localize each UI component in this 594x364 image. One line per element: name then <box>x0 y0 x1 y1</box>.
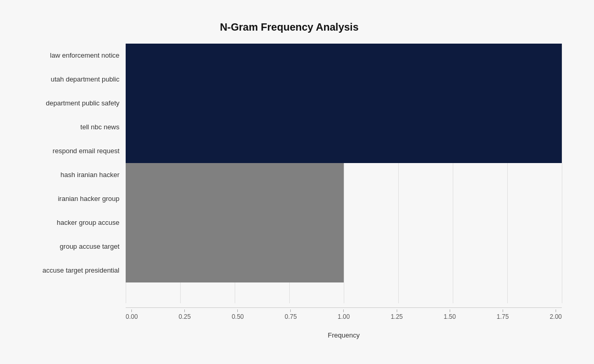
bar-row: hash iranian hacker <box>17 163 562 187</box>
bar-row: iranian hacker group <box>17 187 562 211</box>
bar-row: department public safety <box>17 91 562 115</box>
bar-track <box>126 187 562 211</box>
bar-track <box>126 163 562 187</box>
bar-fill <box>126 68 562 91</box>
x-tick-label: 1.75 <box>497 313 509 320</box>
bar-label: utah department public <box>17 75 126 83</box>
x-tick-mark <box>450 309 450 312</box>
x-tick: 1.75 <box>497 309 509 320</box>
bar-label: group accuse target <box>17 242 126 250</box>
x-axis: 0.000.250.500.751.001.251.501.752.00 <box>126 307 562 328</box>
bar-row: law enforcement notice <box>17 44 562 68</box>
x-tick-label: 1.25 <box>390 313 402 320</box>
x-tick-mark <box>131 309 132 312</box>
x-tick-label: 0.25 <box>179 313 191 320</box>
bar-track <box>126 139 562 163</box>
x-tick-mark <box>397 309 397 312</box>
x-tick-mark <box>343 309 344 312</box>
x-tick: 1.50 <box>443 309 455 320</box>
x-tick: 0.00 <box>126 309 138 320</box>
x-axis-line <box>126 307 562 308</box>
bar-label: law enforcement notice <box>17 51 126 59</box>
bar-track <box>126 211 562 235</box>
bar-track <box>126 68 562 91</box>
bar-fill <box>126 139 562 163</box>
x-tick-label: 0.75 <box>285 313 296 320</box>
x-tick-mark <box>184 309 185 312</box>
chart-title: N-Gram Frequency Analysis <box>17 21 562 33</box>
x-tick: 1.25 <box>390 309 402 320</box>
bar-track <box>126 91 562 115</box>
x-axis-label: Frequency <box>126 331 562 339</box>
x-tick-label: 0.50 <box>232 313 244 320</box>
bar-track <box>126 115 562 139</box>
bar-row: utah department public <box>17 68 562 91</box>
chart-container: N-Gram Frequency Analysis law enforcemen… <box>11 11 583 354</box>
bar-fill <box>126 44 562 68</box>
x-tick-label: 0.00 <box>126 313 138 320</box>
bar-label: department public safety <box>17 99 126 107</box>
bar-label: hacker group accuse <box>17 219 126 226</box>
grid-line <box>562 44 562 303</box>
x-tick: 0.75 <box>285 309 296 320</box>
x-tick: 0.25 <box>179 309 191 320</box>
bar-fill <box>126 115 562 139</box>
x-tick: 0.50 <box>232 309 244 320</box>
bar-fill <box>126 163 344 187</box>
x-tick: 2.00 <box>550 309 562 320</box>
bar-row: accuse target presidential <box>17 259 562 282</box>
bar-label: iranian hacker group <box>17 195 126 203</box>
x-tick-label: 2.00 <box>550 313 562 320</box>
x-tick-mark <box>556 309 556 312</box>
bar-row: tell nbc news <box>17 115 562 139</box>
bar-row: hacker group accuse <box>17 211 562 235</box>
x-tick-mark <box>290 309 291 312</box>
bar-label: hash iranian hacker <box>17 171 126 179</box>
chart-area: law enforcement noticeutah department pu… <box>17 44 562 303</box>
bar-label: respond email request <box>17 147 126 155</box>
x-ticks: 0.000.250.500.751.001.251.501.752.00 <box>126 309 562 320</box>
bar-fill <box>126 91 562 115</box>
bar-label: tell nbc news <box>17 123 126 131</box>
bar-label: accuse target presidential <box>17 266 126 274</box>
bar-fill <box>126 211 344 235</box>
bar-track <box>126 235 562 259</box>
bar-row: group accuse target <box>17 235 562 259</box>
x-tick-mark <box>503 309 503 312</box>
x-tick-label: 1.00 <box>338 313 349 320</box>
bar-fill <box>126 235 344 259</box>
x-tick-mark <box>237 309 238 312</box>
x-tick: 1.00 <box>338 309 349 320</box>
bar-fill <box>126 187 344 211</box>
bar-fill <box>126 259 344 282</box>
bar-track <box>126 44 562 68</box>
x-tick-label: 1.50 <box>443 313 455 320</box>
bar-track <box>126 259 562 282</box>
bar-row: respond email request <box>17 139 562 163</box>
